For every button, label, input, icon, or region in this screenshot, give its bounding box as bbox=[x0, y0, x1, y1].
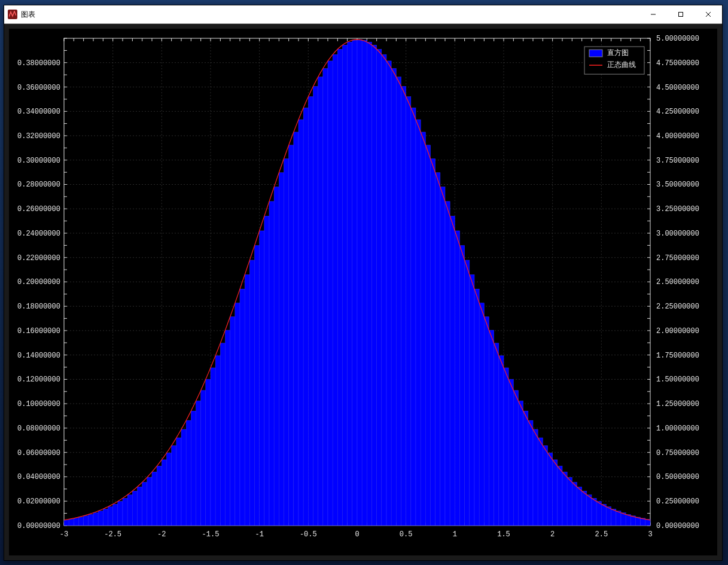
y-left-tick-label: 0.04000000 bbox=[17, 473, 60, 481]
histogram-bar bbox=[211, 368, 215, 526]
histogram-bar bbox=[201, 390, 206, 526]
histogram-bar bbox=[108, 506, 113, 525]
histogram-bar bbox=[528, 420, 533, 526]
histogram-bar bbox=[474, 289, 479, 526]
histogram-bar bbox=[289, 145, 294, 526]
histogram-bar bbox=[616, 511, 621, 526]
histogram-bar bbox=[337, 49, 342, 526]
histogram-bar bbox=[386, 61, 391, 526]
histogram-bar bbox=[313, 86, 318, 526]
histogram-bar bbox=[372, 45, 377, 526]
histogram-bar bbox=[440, 187, 445, 526]
y-left-tick-label: 0.12000000 bbox=[17, 375, 60, 384]
histogram-bar bbox=[348, 42, 352, 526]
x-tick-label: 1.5 bbox=[497, 530, 510, 539]
y-right-tick-label: 1.75000000 bbox=[656, 352, 699, 360]
y-right-tick-label: 1.00000000 bbox=[656, 424, 699, 433]
histogram-bar bbox=[103, 509, 108, 526]
histogram-bar bbox=[489, 330, 494, 526]
histogram-bar bbox=[308, 97, 313, 526]
histogram-bar bbox=[74, 518, 78, 526]
y-left-tick-label: 0.02000000 bbox=[17, 497, 60, 506]
histogram-bar bbox=[294, 132, 298, 526]
histogram-bar bbox=[352, 40, 357, 526]
y-right-tick-label: 5.00000000 bbox=[656, 35, 699, 43]
x-tick-label: 2 bbox=[550, 530, 555, 539]
histogram-bar bbox=[328, 61, 333, 526]
y-left-tick-label: 0.20000000 bbox=[17, 278, 60, 286]
y-right-tick-label: 0.25000000 bbox=[656, 497, 699, 506]
close-button[interactable] bbox=[695, 5, 722, 23]
histogram-bar bbox=[494, 343, 499, 526]
histogram-bar bbox=[181, 429, 186, 526]
x-tick-label: 3 bbox=[648, 530, 652, 539]
y-right-tick-label: 1.25000000 bbox=[656, 400, 699, 408]
y-right-tick-label: 4.75000000 bbox=[656, 59, 699, 68]
y-left-tick-label: 0.18000000 bbox=[17, 303, 60, 311]
histogram-bar bbox=[118, 502, 123, 526]
maximize-button[interactable] bbox=[667, 5, 695, 23]
y-right-tick-label: 2.25000000 bbox=[656, 303, 699, 311]
y-right-tick-label: 3.00000000 bbox=[656, 230, 699, 238]
histogram-bar bbox=[513, 390, 518, 526]
histogram-bar bbox=[113, 504, 118, 526]
histogram-bar bbox=[172, 445, 176, 526]
app-icon bbox=[8, 10, 17, 19]
x-tick-label: -1.5 bbox=[202, 530, 220, 539]
histogram-bar bbox=[577, 487, 582, 526]
y-left-tick-label: 0.14000000 bbox=[17, 352, 60, 360]
histogram-bar bbox=[401, 86, 406, 526]
histogram-bar bbox=[562, 472, 567, 526]
histogram-bar bbox=[84, 516, 89, 526]
histogram-bar bbox=[519, 401, 523, 526]
y-right-tick-label: 4.50000000 bbox=[656, 84, 699, 92]
histogram-bar bbox=[611, 509, 616, 526]
svg-rect-1 bbox=[679, 13, 683, 17]
histogram-bar bbox=[362, 40, 367, 526]
histogram-bar bbox=[465, 260, 470, 526]
histogram-bar bbox=[621, 513, 626, 526]
x-tick-label: 1 bbox=[453, 530, 457, 539]
x-tick-label: -1 bbox=[255, 530, 263, 539]
histogram-bar bbox=[538, 438, 543, 526]
histogram-bar bbox=[567, 477, 572, 526]
histogram-bar bbox=[596, 502, 601, 526]
minimize-button[interactable] bbox=[639, 5, 667, 23]
histogram-bar bbox=[69, 519, 74, 525]
histogram-bar bbox=[98, 511, 103, 526]
title-bar[interactable]: 图表 bbox=[4, 5, 722, 24]
chart-plot-area[interactable]: 0.000000000.020000000.040000000.06000000… bbox=[9, 29, 717, 555]
x-tick-label: -2 bbox=[157, 530, 166, 539]
histogram-bar bbox=[142, 482, 147, 526]
y-left-tick-label: 0.28000000 bbox=[17, 181, 60, 189]
x-tick-label: -3 bbox=[60, 530, 68, 539]
histogram-bar bbox=[323, 68, 328, 525]
y-left-tick-label: 0.34000000 bbox=[17, 108, 60, 116]
histogram-bar bbox=[626, 514, 630, 526]
histogram-bar bbox=[391, 68, 396, 525]
x-tick-label: -2.5 bbox=[104, 530, 121, 539]
y-left-tick-label: 0.36000000 bbox=[17, 84, 60, 92]
x-tick-label: 0.5 bbox=[400, 530, 413, 539]
histogram-bar bbox=[572, 482, 577, 526]
y-right-tick-label: 2.50000000 bbox=[656, 278, 699, 286]
histogram-bar bbox=[548, 453, 553, 526]
histogram-bar bbox=[543, 445, 547, 526]
histogram-bar bbox=[499, 356, 504, 526]
histogram-bar bbox=[333, 54, 337, 526]
histogram-bar bbox=[377, 49, 382, 526]
window-title: 图表 bbox=[21, 10, 35, 20]
histogram-bar bbox=[215, 356, 220, 526]
histogram-bar bbox=[157, 466, 162, 526]
histogram-bar bbox=[523, 411, 528, 526]
histogram-bar bbox=[274, 187, 279, 526]
histogram-bar bbox=[592, 498, 596, 526]
y-right-tick-label: 0.50000000 bbox=[656, 473, 699, 481]
histogram-bar bbox=[167, 453, 172, 526]
legend-label: 直方图 bbox=[607, 48, 629, 57]
x-tick-label: 0 bbox=[355, 530, 359, 539]
histogram-bar bbox=[318, 77, 323, 526]
histogram-bar bbox=[269, 201, 274, 526]
histogram-bar bbox=[484, 317, 489, 526]
y-right-tick-label: 0.00000000 bbox=[656, 522, 699, 530]
